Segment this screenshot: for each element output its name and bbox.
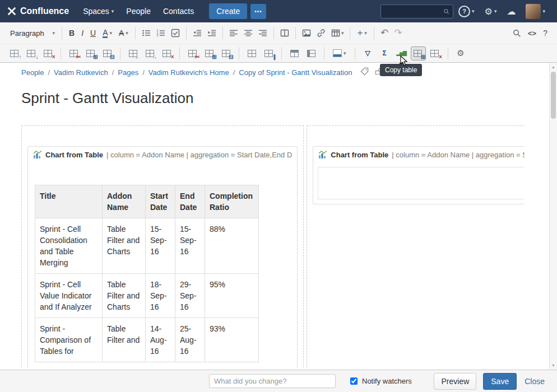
macro-header[interactable]: Chart from Table | column = Addon Name |… bbox=[313, 147, 524, 162]
bold-button[interactable]: B bbox=[66, 27, 78, 39]
bullet-list-button[interactable] bbox=[139, 27, 154, 39]
table-cell[interactable]: 93% bbox=[205, 318, 259, 362]
scroll-up-arrow-icon[interactable]: ▲ bbox=[550, 63, 557, 71]
macro-body-empty[interactable] bbox=[318, 167, 524, 199]
table-cell[interactable]: 29-Sep-16 bbox=[175, 274, 205, 318]
column-header[interactable]: Start Date bbox=[146, 185, 175, 218]
global-search-input[interactable] bbox=[384, 7, 443, 16]
column-header[interactable]: End Date bbox=[175, 185, 205, 218]
heading-row-button[interactable] bbox=[287, 46, 302, 60]
scroll-down-arrow-icon[interactable]: ▼ bbox=[550, 362, 557, 369]
source-view-button[interactable]: <> bbox=[525, 27, 539, 39]
column-header[interactable]: Title bbox=[35, 185, 103, 218]
copy-row-button[interactable] bbox=[83, 46, 98, 60]
help-menu-button[interactable]: ? ▾ bbox=[453, 6, 480, 17]
table-cell[interactable]: Sprint - Cell Consolidation and Table Me… bbox=[35, 218, 103, 274]
save-button[interactable]: Save bbox=[483, 373, 517, 390]
merge-cells-button[interactable] bbox=[244, 46, 259, 60]
editor-help-button[interactable]: ? bbox=[540, 27, 550, 39]
column-header[interactable]: Addon Name bbox=[103, 185, 146, 218]
breadcrumb-link-pages[interactable]: Pages bbox=[118, 68, 138, 77]
preview-button[interactable]: Preview bbox=[434, 373, 476, 390]
macro-header[interactable]: Chart from Table | column = Addon Name |… bbox=[28, 147, 297, 162]
table-cell[interactable]: Sprint - Comparison of Tables for bbox=[35, 318, 103, 362]
text-color-button[interactable]: A ▾ bbox=[99, 27, 115, 40]
cut-row-button[interactable] bbox=[66, 46, 81, 60]
nav-people[interactable]: People bbox=[120, 0, 157, 22]
insert-table-button[interactable]: ▾ bbox=[328, 27, 347, 39]
table-cell[interactable]: Table Filter and Charts bbox=[103, 218, 146, 274]
insert-row-below-button[interactable] bbox=[24, 46, 39, 60]
paste-column-button[interactable] bbox=[219, 46, 234, 60]
insert-files-button[interactable] bbox=[299, 27, 314, 39]
layout-column-right[interactable]: Chart from Table | column = Addon Name |… bbox=[307, 125, 524, 368]
cell-color-button[interactable]: ▾ bbox=[329, 48, 350, 59]
global-search[interactable] bbox=[380, 4, 453, 18]
paragraph-style-select[interactable]: Paragraph ▾ bbox=[7, 27, 58, 40]
align-left-button[interactable] bbox=[226, 27, 241, 39]
nav-contacts[interactable]: Contacts bbox=[157, 0, 200, 22]
table-cell[interactable]: Table Filter and Charts bbox=[103, 274, 146, 318]
split-cells-button[interactable] bbox=[261, 46, 276, 60]
change-comment-input[interactable] bbox=[209, 374, 336, 388]
breadcrumb-link-home[interactable]: Vadim Rutkevich's Home bbox=[148, 68, 229, 77]
table-cell[interactable]: 15-Sep-16 bbox=[175, 218, 205, 274]
align-right-button[interactable] bbox=[256, 27, 270, 39]
find-replace-button[interactable] bbox=[509, 27, 524, 39]
align-center-button[interactable] bbox=[241, 27, 256, 39]
breadcrumb-link-people[interactable]: People bbox=[21, 68, 44, 77]
table-cell[interactable]: Table Filter and bbox=[103, 318, 146, 362]
breadcrumb-link-user[interactable]: Vadim Rutkevich bbox=[54, 68, 108, 77]
pivot-table-button[interactable]: Σ bbox=[377, 46, 392, 60]
table-cell[interactable]: 95% bbox=[205, 274, 259, 318]
table-cell[interactable]: 88% bbox=[205, 218, 259, 274]
notifications-button[interactable]: ☁ bbox=[502, 6, 521, 17]
user-menu-button[interactable]: ▾ bbox=[521, 4, 550, 19]
column-header[interactable]: Completion Ratio bbox=[205, 185, 259, 218]
copy-table-button[interactable] bbox=[411, 46, 426, 60]
table-cell[interactable]: 15-Sep-16 bbox=[146, 218, 175, 274]
indent-button[interactable] bbox=[205, 27, 219, 39]
nav-spaces[interactable]: Spaces ▾ bbox=[77, 0, 120, 22]
undo-button[interactable]: ↶ bbox=[378, 27, 391, 39]
task-list-button[interactable] bbox=[168, 27, 183, 39]
layout-column-left[interactable]: Chart from Table | column = Addon Name |… bbox=[21, 125, 304, 368]
table-cell[interactable]: 25-Aug-16 bbox=[175, 318, 205, 362]
chart-from-table-macro-left[interactable]: Chart from Table | column = Addon Name |… bbox=[27, 146, 298, 368]
cut-column-button[interactable] bbox=[185, 46, 200, 60]
table-cell[interactable]: Sprint - Cell Value Indicator and If Ana… bbox=[35, 274, 103, 318]
close-link[interactable]: Close bbox=[524, 377, 545, 386]
outdent-button[interactable] bbox=[190, 27, 205, 39]
paste-row-button[interactable] bbox=[100, 46, 115, 60]
chart-from-table-macro-right[interactable]: Chart from Table | column = Addon Name |… bbox=[313, 146, 524, 204]
insert-more-content-button[interactable]: + ▾ bbox=[354, 27, 370, 39]
create-button[interactable]: Create bbox=[209, 3, 247, 19]
insert-column-after-button[interactable] bbox=[142, 46, 157, 60]
remove-table-button[interactable] bbox=[428, 46, 443, 60]
confluence-logo[interactable]: Confluence bbox=[7, 6, 69, 16]
admin-menu-button[interactable]: ⚙ ▾ bbox=[480, 6, 502, 17]
remove-row-button[interactable] bbox=[40, 46, 55, 60]
more-formatting-button[interactable]: A ▾ bbox=[115, 27, 132, 39]
heading-column-button[interactable] bbox=[304, 46, 319, 60]
create-more-button[interactable]: ••• bbox=[250, 4, 266, 19]
labels-tag-icon[interactable] bbox=[360, 67, 369, 77]
insert-row-above-button[interactable] bbox=[7, 46, 22, 60]
copy-column-button[interactable] bbox=[202, 46, 217, 60]
macro-body[interactable]: Title Addon Name Start Date End Date Com… bbox=[28, 162, 297, 368]
insert-column-before-button[interactable] bbox=[126, 46, 141, 60]
table-cell[interactable]: 18-Sep-16 bbox=[146, 274, 175, 318]
notify-watchers-checkbox[interactable] bbox=[350, 377, 358, 385]
vertical-scrollbar[interactable]: ▲ ▼ bbox=[549, 63, 557, 370]
italic-button[interactable]: I bbox=[78, 27, 87, 39]
page-layout-button[interactable] bbox=[277, 27, 292, 39]
page-title[interactable]: Sprint - Gantt Visualization bbox=[21, 90, 524, 107]
filter-table-button[interactable]: ▽ bbox=[360, 46, 375, 60]
underline-button[interactable]: U bbox=[87, 27, 99, 39]
redo-button[interactable]: ↷ bbox=[391, 27, 405, 39]
remove-column-button[interactable] bbox=[159, 46, 174, 60]
scrollbar-thumb[interactable] bbox=[551, 72, 556, 119]
table-settings-button[interactable]: ⚙ bbox=[453, 46, 468, 60]
breadcrumb-link-current-page[interactable]: Copy of Sprint - Gantt Visualization bbox=[239, 68, 352, 77]
insert-link-button[interactable] bbox=[314, 27, 328, 39]
